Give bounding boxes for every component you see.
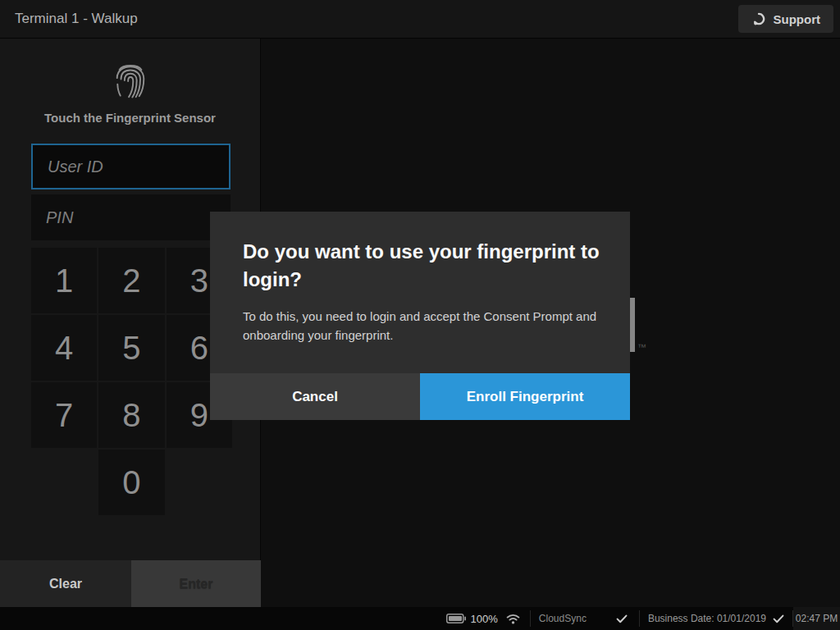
- status-bar: 100% CloudSync Business: [0, 607, 840, 630]
- background-logo-fragment: [630, 298, 635, 352]
- keypad-key-2[interactable]: 2: [98, 248, 164, 313]
- terminal-screen: Terminal 1 - Walkup Support ™: [0, 0, 840, 630]
- fingerprint-icon: [112, 60, 149, 101]
- headset-icon: [751, 11, 766, 26]
- keypad-key-7[interactable]: 7: [31, 382, 97, 448]
- numeric-keypad: 1 2 3 4 5 6 7 8 9 0: [31, 248, 232, 515]
- trademark-symbol: ™: [637, 342, 646, 352]
- keypad-key-1[interactable]: 1: [31, 248, 97, 313]
- keypad-key-0[interactable]: 0: [98, 450, 164, 515]
- window-title: Terminal 1 - Walkup: [15, 11, 138, 27]
- clock: 02:47 PM: [793, 607, 840, 630]
- cancel-button[interactable]: Cancel: [210, 373, 420, 420]
- check-icon: [773, 614, 784, 623]
- keypad-key-8[interactable]: 8: [98, 382, 164, 448]
- support-button-label: Support: [774, 12, 821, 26]
- clear-button[interactable]: Clear: [0, 560, 131, 607]
- wifi-icon: [506, 614, 520, 624]
- fingerprint-instruction: Touch the Fingerprint Sensor: [0, 111, 260, 125]
- cloudsync-label: CloudSync: [539, 613, 587, 624]
- check-icon: [616, 614, 628, 623]
- enter-button[interactable]: Enter: [131, 560, 261, 607]
- dialog-body-text: To do this, you need to login and accept…: [243, 307, 604, 345]
- fingerprint-enroll-dialog: Do you want to use your fingerprint to l…: [210, 212, 630, 420]
- keypad-key-4[interactable]: 4: [31, 315, 97, 381]
- support-button[interactable]: Support: [738, 5, 834, 33]
- battery-icon: [446, 614, 466, 623]
- keypad-key-5[interactable]: 5: [98, 315, 164, 381]
- pin-input[interactable]: [31, 194, 231, 240]
- battery-percent: 100%: [471, 613, 498, 625]
- cloudsync-status: CloudSync: [531, 607, 639, 630]
- business-date-status: Business Date: 01/01/2019: [640, 607, 792, 630]
- top-bar: Terminal 1 - Walkup Support: [0, 0, 840, 39]
- dialog-title: Do you want to use your fingerprint to l…: [243, 238, 604, 294]
- business-date-label: Business Date: 01/01/2019: [648, 613, 766, 624]
- user-id-input[interactable]: [31, 144, 231, 189]
- battery-status: 100%: [436, 607, 530, 630]
- enroll-fingerprint-button[interactable]: Enroll Fingerprint: [420, 373, 630, 420]
